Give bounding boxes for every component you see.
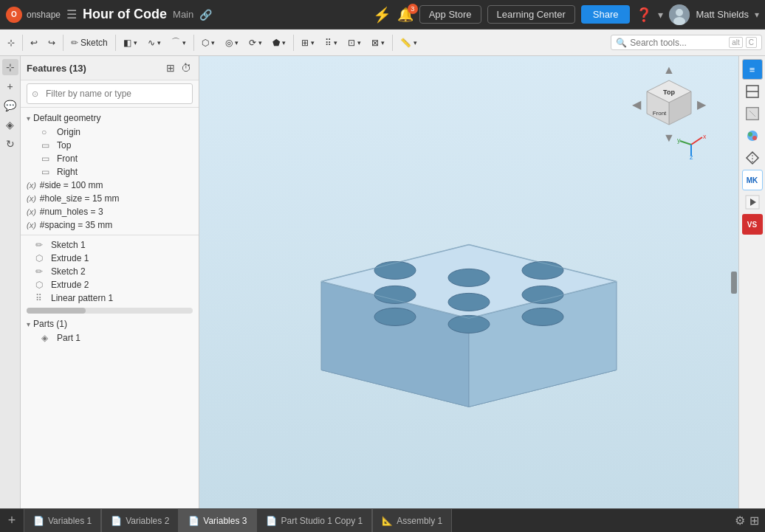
sweep-icon: ⟳ xyxy=(249,38,256,48)
right-plane-item[interactable]: ▭ Right xyxy=(21,165,199,179)
header: O onshape ☰ Hour of Code Main 🔗 ⚡ 🔔 3 Ap… xyxy=(0,0,765,30)
filter-icon: ⊙ xyxy=(32,89,38,99)
construct-button[interactable]: ◧▾ xyxy=(119,35,142,50)
sweep-button[interactable]: ⟳▾ xyxy=(244,35,267,50)
sketch1-item[interactable]: ✏ Sketch 1 xyxy=(21,238,199,252)
tab-label-4: Part Studio 1 Copy 1 xyxy=(281,516,363,526)
sketch1-label: Sketch 1 xyxy=(51,240,86,250)
plugin-play-button[interactable] xyxy=(742,192,763,213)
sketch-button[interactable]: ✏ Sketch xyxy=(66,35,112,50)
user-chevron-icon[interactable]: ▾ xyxy=(755,10,759,20)
var-side[interactable]: (x) #side = 100 mm xyxy=(21,179,199,192)
tab-icon-5: 📐 xyxy=(382,516,393,526)
render-mode-button[interactable] xyxy=(742,103,763,124)
origin-item[interactable]: ○ Origin xyxy=(21,125,199,139)
help-icon[interactable]: ❓ xyxy=(636,7,652,23)
default-geometry-header[interactable]: ▾ Default geometry xyxy=(21,111,199,125)
svg-point-19 xyxy=(448,269,490,286)
extrude1-item[interactable]: ⬡ Extrude 1 xyxy=(21,252,199,265)
add-feature-icon[interactable]: + xyxy=(2,78,18,94)
tab-variables-1[interactable]: 📄 Variables 1 xyxy=(24,509,101,532)
plugin-vs-button[interactable]: VS xyxy=(742,214,763,235)
viewport[interactable]: ▲ ◀ ▶ ▼ Top Front xyxy=(199,56,738,508)
right-plane-icon: ▭ xyxy=(41,167,53,177)
var-hole-size[interactable]: (x) #hole_size = 15 mm xyxy=(21,192,199,205)
part1-item[interactable]: ◈ Part 1 xyxy=(21,331,199,345)
search-input[interactable] xyxy=(630,38,726,48)
timer-icon[interactable]: ⏱ xyxy=(179,61,193,75)
grid-icon[interactable]: ⊞ xyxy=(749,514,759,528)
search-tools: 🔍 alt C xyxy=(611,35,762,50)
measure-button[interactable]: 📏▾ xyxy=(396,35,422,50)
rollback-bar[interactable] xyxy=(731,272,737,294)
redo-button[interactable]: ↪ xyxy=(44,35,60,50)
toolbar-separator-4 xyxy=(193,35,194,51)
construct-icon: ◧ xyxy=(123,38,131,48)
pattern-button[interactable]: ⠿▾ xyxy=(320,35,342,50)
explode-button[interactable] xyxy=(742,148,763,168)
branch-link-icon[interactable]: 🔗 xyxy=(199,9,212,21)
var-num-holes[interactable]: (x) #num_holes = 3 xyxy=(21,205,199,218)
var-side-label: #side = 100 mm xyxy=(40,180,103,190)
front-plane-label: Front xyxy=(57,153,78,164)
view-right-arrow[interactable]: ▶ xyxy=(697,97,706,111)
revolve-button[interactable]: ◎▾ xyxy=(221,35,243,50)
comments-icon[interactable]: 💬 xyxy=(2,97,18,114)
learningcenter-button[interactable]: Learning Center xyxy=(487,5,575,24)
tab-icon-1: 📄 xyxy=(33,516,44,526)
view-up-arrow[interactable]: ▲ xyxy=(663,63,675,77)
svg-point-1 xyxy=(676,9,683,16)
parts-section-header[interactable]: ▾ Parts (1) xyxy=(21,317,199,331)
avatar[interactable] xyxy=(669,4,690,25)
svg-line-10 xyxy=(680,141,691,145)
add-feature-button[interactable]: ⊞ xyxy=(165,61,176,75)
view-left-arrow[interactable]: ◀ xyxy=(632,97,641,111)
tab-assembly-1[interactable]: 📐 Assembly 1 xyxy=(372,509,452,532)
filter-input[interactable] xyxy=(41,86,188,101)
logo: O onshape xyxy=(6,7,61,23)
spline-button[interactable]: ∿▾ xyxy=(143,35,165,50)
chevron-down-icon[interactable]: ▾ xyxy=(658,9,663,21)
share-button[interactable]: Share xyxy=(581,5,631,24)
view-cube-svg: Top Front xyxy=(643,77,695,128)
app-branch: Main xyxy=(173,9,193,20)
add-tab-button[interactable]: + xyxy=(0,509,24,532)
fillet-button[interactable]: ⌒▾ xyxy=(167,34,191,51)
tab-variables-3[interactable]: 📄 Variables 3 xyxy=(179,509,256,532)
feature-list: ▾ Default geometry ○ Origin ▭ Top ▭ Fron… xyxy=(21,108,199,508)
settings-icon[interactable]: ⚙ xyxy=(735,514,745,528)
feature-divider xyxy=(21,235,199,235)
variable-icon-3: (x) xyxy=(27,207,36,216)
parts-icon[interactable]: ◈ xyxy=(2,117,18,133)
history-icon[interactable]: ↻ xyxy=(2,136,18,152)
display-states-button[interactable]: ≡ xyxy=(742,59,763,80)
undo-button[interactable]: ↩ xyxy=(26,35,42,50)
horizontal-scroll[interactable] xyxy=(27,308,193,314)
origin-icon: ○ xyxy=(41,127,53,137)
notifications[interactable]: 🔔 3 xyxy=(397,7,414,23)
transform-button[interactable]: ⊠▾ xyxy=(367,35,389,50)
top-plane-item[interactable]: ▭ Top xyxy=(21,139,199,152)
mirror-button[interactable]: ⊡▾ xyxy=(343,35,366,50)
sketch2-item[interactable]: ✏ Sketch 2 xyxy=(21,265,199,278)
boolean-button[interactable]: ⊞▾ xyxy=(297,35,319,50)
tab-part-studio-copy[interactable]: 📄 Part Studio 1 Copy 1 xyxy=(256,509,372,532)
extrude-button[interactable]: ⬡▾ xyxy=(197,35,219,50)
tab-variables-2[interactable]: 📄 Variables 2 xyxy=(101,509,179,532)
select-tool[interactable]: ⊹ xyxy=(3,35,19,50)
appearances-button[interactable] xyxy=(742,125,763,146)
front-plane-item[interactable]: ▭ Front xyxy=(21,152,199,165)
appstore-button[interactable]: App Store xyxy=(419,5,481,24)
section-view-button[interactable] xyxy=(742,81,763,102)
var-spacing[interactable]: (x) #spacing = 35 mm xyxy=(21,218,199,232)
plugin-mk-button[interactable]: MK xyxy=(742,170,763,190)
hamburger-menu[interactable]: ☰ xyxy=(66,7,77,21)
feature-panel: Features (13) ⊞ ⏱ ⊙ ▾ Default geometry ○… xyxy=(21,56,199,508)
tab-spacer xyxy=(452,509,729,532)
extrude2-item[interactable]: ⬡ Extrude 2 xyxy=(21,278,199,291)
right-toolbar: ≡ MK VS xyxy=(738,56,765,508)
features-icon[interactable]: ⊹ xyxy=(2,59,18,75)
loft-button[interactable]: ⬟▾ xyxy=(268,35,290,50)
svg-point-22 xyxy=(448,293,490,311)
linear-pattern-item[interactable]: ⠿ Linear pattern 1 xyxy=(21,291,199,305)
